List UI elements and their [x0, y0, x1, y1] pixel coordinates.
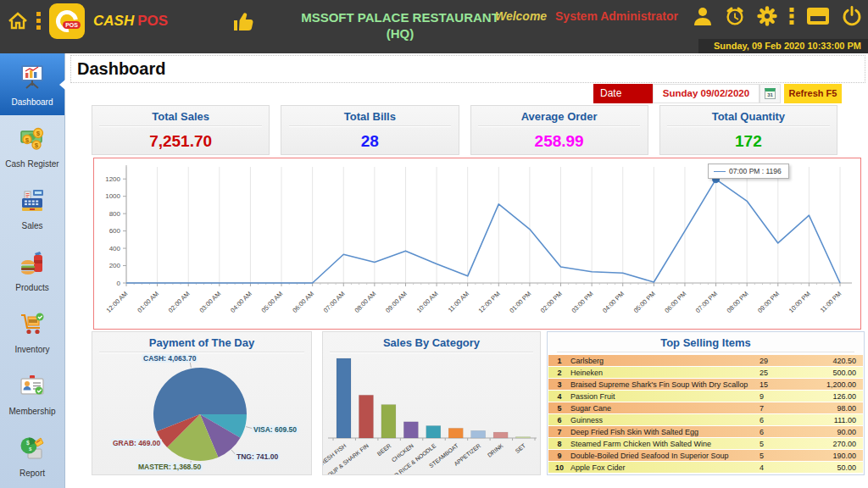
- svg-text:09:00 AM: 09:00 AM: [384, 290, 409, 314]
- amount-cell: 270.00: [807, 440, 863, 448]
- products-icon: [18, 248, 47, 280]
- minimize-window-icon[interactable]: [805, 5, 831, 27]
- pie-label-grab: GRAB: 469.00: [111, 439, 162, 447]
- quantity-cell: 5: [760, 452, 807, 460]
- svg-text:200: 200: [109, 262, 121, 269]
- svg-text:$: $: [35, 141, 39, 149]
- rank-cell: 9: [548, 452, 570, 460]
- svg-text:06:00 PM: 06:00 PM: [663, 290, 687, 314]
- rank-cell: 10: [548, 463, 570, 472]
- svg-text:11:00 PM: 11:00 PM: [819, 290, 843, 314]
- item-name-cell: Heineken: [570, 369, 760, 377]
- svg-text:06:00 AM: 06:00 AM: [291, 290, 315, 314]
- svg-text:600: 600: [109, 227, 121, 235]
- payment-of-the-day-panel: Payment of The Day CASH: 4,063.70 VISA: …: [92, 331, 312, 475]
- table-row[interactable]: 3Braised Supreme Shark's Fin Soup With D…: [548, 379, 863, 391]
- report-icon: $$: [18, 434, 47, 466]
- refresh-button[interactable]: Refresh F5: [784, 84, 842, 103]
- menu-dots-icon[interactable]: [36, 10, 42, 32]
- welcome-word: Welcome: [495, 9, 547, 23]
- pie-label-master: MASTER: 1,368.50: [136, 463, 203, 471]
- sidebar-item-label: Products: [15, 283, 48, 292]
- amount-cell: 111.00: [807, 416, 863, 424]
- brand-pos: POS: [137, 13, 168, 29]
- cashpos-logo[interactable]: POS: [49, 3, 85, 39]
- calendar-button[interactable]: 31: [760, 84, 781, 103]
- sales-by-category-panel: Sales By Category FRESH FISHSOUP & SHARK…: [322, 331, 541, 475]
- sidebar-item-membership[interactable]: Membership: [0, 363, 64, 424]
- sidebar-item-sales[interactable]: Sales: [0, 177, 64, 239]
- hourly-sales-line-chart[interactable]: 02004006008001000120012:00 AM01:00 AM02:…: [93, 158, 861, 330]
- welcome-user-role: System Administrator: [555, 9, 678, 23]
- stat-value: 172: [660, 132, 837, 151]
- stat-label: Total Quantity: [660, 106, 837, 126]
- stat-card-total-sales: Total Sales 7,251.70: [92, 105, 270, 155]
- page-title: Dashboard: [77, 59, 865, 79]
- sidebar-item-label: Report: [19, 469, 45, 478]
- pie-label-tng: TNG: 741.00: [235, 452, 280, 461]
- sidebar-item-inventory[interactable]: Inventory: [0, 301, 64, 363]
- sidebar-item-products[interactable]: Products: [0, 239, 64, 301]
- brand-text: CASHPOS: [93, 13, 168, 30]
- settings-gear-icon[interactable]: [756, 5, 778, 27]
- svg-text:08:00 AM: 08:00 AM: [353, 290, 378, 314]
- home-icon[interactable]: [7, 10, 29, 32]
- rank-cell: 8: [548, 440, 570, 448]
- svg-text:400: 400: [109, 245, 121, 252]
- sidebar-nav: Dashboard$$$Cash RegisterSalesProductsIn…: [0, 53, 65, 488]
- item-name-cell: Double-Boiled Dried Seafood In Superior …: [570, 452, 760, 460]
- svg-text:02:00 AM: 02:00 AM: [167, 290, 192, 314]
- table-row[interactable]: 10Apple Fox Cider450.00: [548, 462, 863, 474]
- line-chart-canvas: 02004006008001000120012:00 AM01:00 AM02:…: [94, 158, 860, 329]
- amount-cell: 126.00: [807, 392, 863, 401]
- quantity-cell: 4: [760, 463, 807, 472]
- svg-text:DRINK: DRINK: [487, 442, 504, 458]
- amount-cell: 190.00: [807, 452, 863, 460]
- tooltip-series-dash: [714, 171, 726, 172]
- user-icon[interactable]: [692, 5, 714, 27]
- sidebar-item-cash-register[interactable]: $$$Cash Register: [0, 115, 64, 177]
- table-row[interactable]: 5Sugar Cane798.00: [548, 402, 863, 414]
- quantity-cell: 25: [760, 369, 807, 377]
- table-row[interactable]: 6Guinness6111.00: [548, 414, 863, 426]
- amount-cell: 500.00: [807, 369, 863, 377]
- sidebar-item-label: Cash Register: [5, 159, 58, 169]
- app-window: POS CASHPOS MSSOFT PALACE RESTAURANT (HQ…: [0, 0, 868, 488]
- table-row[interactable]: 9Double-Boiled Dried Seafood In Superior…: [548, 450, 863, 462]
- item-name-cell: Guinness: [570, 416, 760, 424]
- item-name-cell: Sugar Cane: [570, 404, 760, 413]
- bar-chart-canvas[interactable]: FRESH FISHSOUP & SHARK FINBEERCHICKENFRI…: [323, 353, 540, 474]
- page-header: Dashboard: [70, 55, 865, 83]
- svg-text:04:00 AM: 04:00 AM: [229, 290, 253, 314]
- table-row[interactable]: 4Passion Fruit9126.00: [548, 391, 863, 402]
- pie-label-cash: CASH: 4,063.70: [142, 354, 198, 363]
- svg-text:BEER: BEER: [376, 442, 392, 457]
- thumbs-up-icon[interactable]: [231, 8, 256, 34]
- svg-text:11:00 AM: 11:00 AM: [447, 290, 470, 313]
- date-value-field[interactable]: Sunday 09/02/2020: [653, 84, 760, 103]
- quantity-cell: 6: [760, 416, 807, 424]
- table-row[interactable]: 8Steamed Farm Chicken With Salted Wine52…: [548, 438, 863, 450]
- panel-title: Top Selling Items: [548, 332, 864, 352]
- menu-dots-icon-right[interactable]: [788, 5, 795, 27]
- amount-cell: 98.00: [807, 404, 863, 413]
- item-name-cell: Carlsberg: [570, 357, 760, 365]
- table-row[interactable]: 7Deep Fried Fish Skin With Salted Egg690…: [548, 426, 863, 438]
- svg-text:01:00 AM: 01:00 AM: [136, 290, 160, 314]
- svg-text:07:00 AM: 07:00 AM: [322, 290, 347, 314]
- table-row[interactable]: 2Heineken25500.00: [548, 367, 863, 379]
- item-name-cell: Passion Fruit: [570, 392, 760, 401]
- table-row[interactable]: 1Carlsberg29420.50: [548, 355, 863, 367]
- datetime-display: Sunday, 09 Feb 2020 10:33:00 PM: [698, 39, 868, 53]
- stat-value: 28: [281, 132, 458, 151]
- sidebar-item-dashboard[interactable]: Dashboard: [0, 53, 64, 115]
- quantity-cell: 5: [760, 440, 807, 448]
- sidebar-item-report[interactable]: $$Report: [0, 424, 64, 486]
- rank-cell: 5: [548, 404, 570, 413]
- alarm-clock-icon[interactable]: [724, 5, 746, 27]
- power-icon[interactable]: [841, 5, 863, 27]
- top-selling-table: 1Carlsberg29420.502Heineken25500.003Brai…: [548, 355, 863, 474]
- item-name-cell: Braised Supreme Shark's Fin Soup With Dr…: [570, 380, 760, 389]
- cash-register-icon: $$$: [18, 125, 47, 157]
- svg-text:0: 0: [117, 280, 121, 287]
